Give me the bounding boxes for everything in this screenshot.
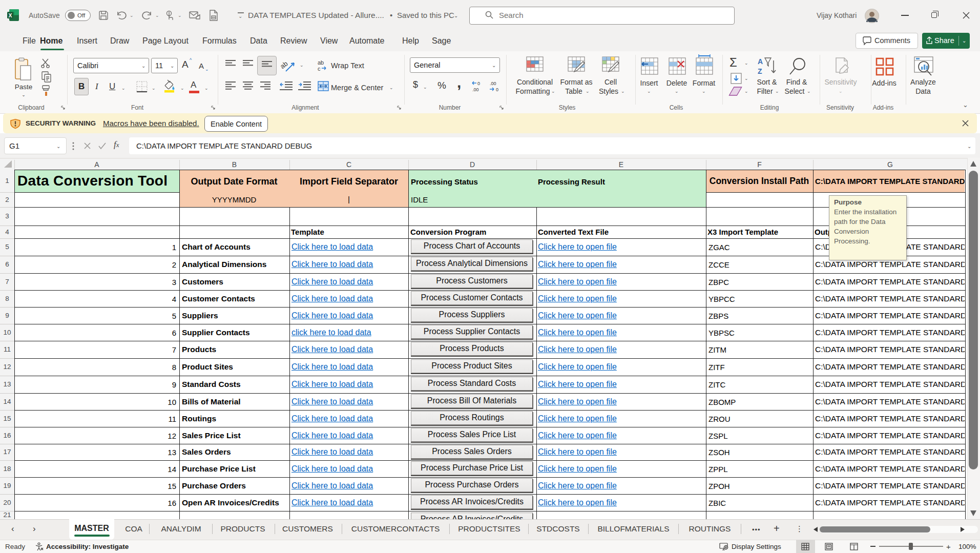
svg-text:ab: ab: [318, 59, 324, 66]
svg-text:0: 0: [477, 81, 480, 86]
svg-text:.00: .00: [490, 81, 496, 86]
svg-text:.00: .00: [472, 87, 479, 92]
svg-text:Z: Z: [758, 67, 762, 75]
svg-text:A: A: [758, 57, 763, 66]
svg-text:X: X: [8, 12, 12, 18]
svg-text:c: c: [318, 66, 321, 72]
svg-text:0: 0: [496, 87, 498, 92]
